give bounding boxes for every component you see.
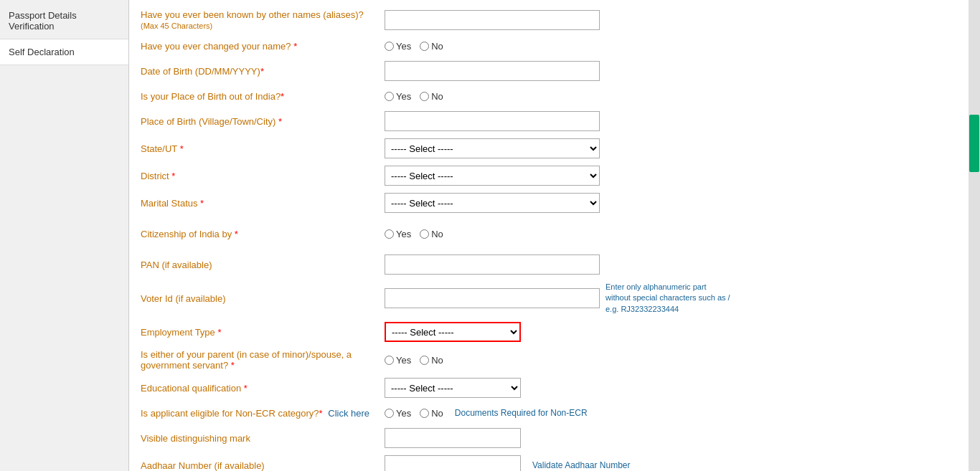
govt-servant-label: Is either of your parent (in case of min… bbox=[141, 349, 385, 371]
changed-name-yes-label[interactable]: Yes bbox=[385, 41, 411, 52]
citizenship-no-radio[interactable] bbox=[420, 229, 429, 239]
citizenship-label: Citizenship of India by * bbox=[141, 229, 385, 239]
govt-servant-row: Is either of your parent (in case of min… bbox=[141, 346, 957, 374]
changed-name-no-label[interactable]: No bbox=[420, 41, 443, 52]
voter-id-label: Voter Id (if available) bbox=[141, 293, 385, 304]
citizenship-yes-radio[interactable] bbox=[385, 229, 394, 239]
state-label: State/UT * bbox=[141, 143, 385, 154]
non-ecr-no-radio[interactable] bbox=[420, 409, 429, 418]
employment-type-row: Employment Type * ----- Select ----- bbox=[141, 318, 957, 346]
non-ecr-no-label[interactable]: No bbox=[420, 408, 443, 419]
state-row: State/UT * ----- Select ----- bbox=[141, 135, 957, 162]
marital-status-select[interactable]: ----- Select ----- bbox=[385, 193, 600, 213]
marital-status-label: Marital Status * bbox=[141, 198, 385, 209]
main-content: Have you ever been known by other names … bbox=[129, 0, 969, 471]
govt-servant-no-radio[interactable] bbox=[420, 356, 429, 365]
non-ecr-yes-radio[interactable] bbox=[385, 409, 394, 418]
sidebar-item-self-declaration[interactable]: Self Declaration bbox=[0, 39, 128, 65]
non-ecr-row: Is applicant eligible for Non-ECR catego… bbox=[141, 401, 957, 424]
validate-aadhaar-link[interactable]: Validate Aadhaar Number bbox=[532, 460, 631, 470]
birth-out-india-radio-group: Yes No bbox=[385, 91, 443, 102]
changed-name-label: Have you ever changed your name? * bbox=[141, 41, 385, 52]
voter-id-hint: Enter only alphanumeric part without spe… bbox=[606, 282, 730, 315]
aliases-row: Have you ever been known by other names … bbox=[141, 6, 957, 34]
visible-mark-input[interactable] bbox=[385, 428, 521, 448]
birth-out-india-yes-label[interactable]: Yes bbox=[385, 91, 411, 102]
dob-label: Date of Birth (DD/MM/YYYY)* bbox=[141, 66, 385, 77]
non-ecr-yes-label[interactable]: Yes bbox=[385, 408, 411, 419]
govt-servant-yes-label[interactable]: Yes bbox=[385, 355, 411, 366]
pan-label: PAN (if available) bbox=[141, 260, 385, 270]
edu-qual-select[interactable]: ----- Select ----- bbox=[385, 378, 521, 398]
aliases-label: Have you ever been known by other names … bbox=[141, 9, 385, 31]
citizenship-radio-group: Yes No bbox=[385, 229, 443, 239]
district-label: District * bbox=[141, 171, 385, 181]
district-row: District * ----- Select ----- bbox=[141, 162, 957, 189]
dob-input[interactable] bbox=[385, 61, 600, 81]
aadhaar-label: Aadhaar Number (if available) bbox=[141, 460, 385, 471]
left-sidebar: Passport Details Verification Self Decla… bbox=[0, 0, 129, 471]
marital-status-row: Marital Status * ----- Select ----- bbox=[141, 189, 957, 217]
voter-id-input[interactable] bbox=[385, 288, 600, 308]
place-birth-label: Place of Birth (Village/Town/City) * bbox=[141, 116, 385, 127]
district-select[interactable]: ----- Select ----- bbox=[385, 166, 600, 186]
voter-id-row: Voter Id (if available) Enter only alpha… bbox=[141, 278, 957, 318]
govt-servant-yes-radio[interactable] bbox=[385, 356, 394, 365]
edu-qual-label: Educational qualification * bbox=[141, 383, 385, 394]
scrollbar-thumb[interactable] bbox=[969, 115, 979, 172]
visible-mark-label: Visible distinguishing mark bbox=[141, 433, 385, 444]
edu-qual-row: Educational qualification * ----- Select… bbox=[141, 374, 957, 401]
changed-name-row: Have you ever changed your name? * Yes N… bbox=[141, 34, 957, 57]
place-birth-input[interactable] bbox=[385, 111, 600, 131]
state-select[interactable]: ----- Select ----- bbox=[385, 138, 600, 158]
pan-row: PAN (if available) bbox=[141, 251, 957, 278]
birth-out-india-no-label[interactable]: No bbox=[420, 91, 443, 102]
citizenship-yes-label[interactable]: Yes bbox=[385, 229, 411, 239]
docs-non-ecr-link[interactable]: Documents Required for Non-ECR bbox=[455, 408, 588, 418]
aliases-input[interactable] bbox=[385, 10, 600, 30]
non-ecr-click-here[interactable]: Click here bbox=[328, 408, 369, 419]
changed-name-yes-radio[interactable] bbox=[385, 42, 394, 51]
dob-row: Date of Birth (DD/MM/YYYY)* bbox=[141, 57, 957, 85]
govt-servant-no-label[interactable]: No bbox=[420, 355, 443, 366]
birth-out-india-row: Is your Place of Birth out of India?* Ye… bbox=[141, 85, 957, 108]
non-ecr-radio-group: Yes No bbox=[385, 408, 443, 419]
visible-mark-row: Visible distinguishing mark bbox=[141, 424, 957, 452]
aadhaar-input[interactable] bbox=[385, 455, 521, 471]
sidebar-item-passport-details[interactable]: Passport Details Verification bbox=[0, 3, 128, 39]
employment-type-label: Employment Type * bbox=[141, 327, 385, 338]
aadhaar-row: Aadhaar Number (if available) Validate A… bbox=[141, 452, 957, 471]
changed-name-no-radio[interactable] bbox=[420, 42, 429, 51]
citizenship-row: Citizenship of India by * Yes No bbox=[141, 222, 957, 245]
pan-input[interactable] bbox=[385, 254, 600, 275]
birth-out-india-no-radio[interactable] bbox=[420, 92, 429, 101]
place-birth-row: Place of Birth (Village/Town/City) * bbox=[141, 108, 957, 135]
govt-servant-radio-group: Yes No bbox=[385, 355, 443, 366]
changed-name-radio-group: Yes No bbox=[385, 41, 443, 52]
non-ecr-label: Is applicant eligible for Non-ECR catego… bbox=[141, 408, 385, 419]
employment-type-select[interactable]: ----- Select ----- bbox=[385, 322, 521, 342]
birth-out-india-label: Is your Place of Birth out of India?* bbox=[141, 91, 385, 102]
birth-out-india-yes-radio[interactable] bbox=[385, 92, 394, 101]
scrollbar[interactable] bbox=[969, 0, 980, 471]
citizenship-no-label[interactable]: No bbox=[420, 229, 443, 239]
